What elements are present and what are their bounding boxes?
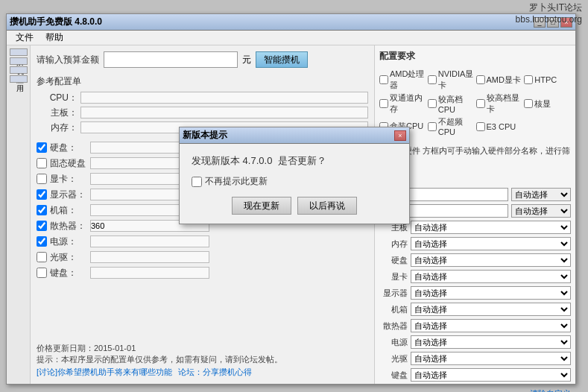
clear-custom-btn[interactable]: 清除自定义 — [530, 389, 571, 392]
comp-label-7: 光驱： — [50, 251, 87, 264]
req-title: 配置要求 — [379, 50, 571, 63]
rp-row-kb: 键盘 自动选择 — [379, 367, 571, 382]
yuan-label: 元 — [242, 54, 251, 66]
window-title: 攒机助手免费版 4.8.0.0 — [10, 16, 102, 28]
comp-cb-3[interactable] — [37, 189, 47, 200]
sidebar-tab-1[interactable]: 攒 — [10, 48, 28, 56]
comp-cb-5[interactable] — [37, 221, 47, 231]
config-label-mb: 主板： — [37, 107, 78, 119]
modal-close-btn[interactable]: × — [394, 130, 406, 141]
req-label-3: HTPC — [534, 75, 557, 84]
update-now-btn[interactable]: 现在更新 — [232, 197, 291, 215]
comp-cb-2[interactable] — [37, 174, 47, 184]
config-label-mem: 内存： — [37, 121, 78, 134]
rp-select-hdd[interactable]: 自动选择 — [411, 253, 571, 267]
comp-cb-6[interactable] — [37, 236, 47, 247]
req-cb-1[interactable] — [428, 75, 437, 84]
rp-select-kb[interactable]: 自动选择 — [411, 368, 571, 382]
comp-label-3: 显示器： — [50, 189, 87, 201]
rp-select-dvd[interactable]: 自动选择 — [411, 352, 571, 365]
req-cb-7[interactable] — [524, 99, 533, 108]
config-row-cpu: CPU： — [37, 91, 368, 104]
rp-select-psu[interactable]: 自动选择 — [411, 335, 571, 349]
modal-title-bar: 新版本提示 × — [180, 127, 409, 144]
req-label-9: 不超频CPU — [438, 116, 475, 136]
req-cb-0[interactable] — [379, 75, 388, 84]
modal-question: 是否更新？ — [278, 154, 326, 168]
rp-select-1[interactable]: 自动选择 — [511, 204, 571, 218]
comp-input-7[interactable] — [90, 251, 209, 263]
rp-row-gpu: 显卡 自动选择 — [379, 269, 571, 284]
rp-row-dvd: 光驱 自动选择 — [379, 351, 571, 366]
title-bar: 攒机助手免费版 4.8.0.0 _ □ × — [7, 14, 575, 31]
req-item-7: 核显 — [524, 92, 571, 115]
sidebar-tab-3[interactable]: 应 — [10, 66, 28, 74]
comp-cb-1[interactable] — [37, 158, 47, 168]
config-label-cpu: CPU： — [37, 92, 78, 104]
req-cb-2[interactable] — [476, 75, 485, 84]
comp-cb-0[interactable] — [37, 142, 47, 153]
rp-select-cooler[interactable]: 自动选择 — [411, 319, 571, 332]
update-later-btn[interactable]: 以后再说 — [297, 197, 357, 215]
cpu-select[interactable]: 自动选择 — [511, 188, 571, 201]
config-input-mb[interactable] — [80, 107, 368, 118]
rp-label-hdd: 硬盘 — [379, 255, 408, 266]
modal-content: 发现新版本 4.7.0.0 是否更新？ 不再提示此更新 现在更新 以后再说 — [180, 144, 409, 224]
req-label-7: 核显 — [534, 98, 551, 110]
req-cb-5[interactable] — [428, 99, 437, 108]
req-cb-3[interactable] — [524, 75, 533, 84]
watermark-line1: 罗卜头IT论坛 — [516, 1, 582, 14]
modal-dialog: 新版本提示 × 发现新版本 4.7.0.0 是否更新？ 不再提示此更新 现在更新… — [179, 127, 410, 224]
bottom-link-1[interactable]: [讨论]你希望攒机助手将来有哪些功能 — [37, 367, 172, 378]
config-title: 参考配置单 — [37, 75, 368, 88]
req-cb-6[interactable] — [476, 99, 485, 108]
rp-label-kb: 键盘 — [379, 370, 408, 381]
rp-label-cooler: 散热器 — [379, 320, 408, 332]
req-item-1: NVIDIA显卡 — [428, 69, 475, 91]
req-label-4: 双通道内存 — [390, 92, 426, 115]
comp-cb-4[interactable] — [37, 205, 47, 215]
menu-bar: 文件 帮助 — [7, 31, 575, 45]
req-cb-9[interactable] — [428, 122, 437, 131]
bottom-link-2[interactable]: 论坛：分享攒机心得 — [178, 367, 252, 378]
rp-select-case[interactable]: 自动选择 — [411, 303, 571, 316]
modal-no-remind-label: 不再提示此更新 — [205, 175, 268, 188]
rp-select-monitor[interactable]: 自动选择 — [411, 286, 571, 300]
rp-row-hdd: 硬盘 自动选择 — [379, 253, 571, 268]
comp-row-6: 电源： — [37, 234, 368, 249]
modal-checkbox-row: 不再提示此更新 — [192, 175, 397, 188]
bottom-links: [讨论]你希望攒机助手将来有哪些功能 论坛：分享攒机心得 — [37, 367, 368, 378]
watermark-line2: bbs.luobotou.org — [516, 14, 582, 25]
req-label-0: AMD处理器 — [390, 69, 426, 91]
modal-version-row: 发现新版本 4.7.0.0 是否更新？ — [192, 154, 397, 168]
sidebar-tab-4[interactable]: 用 — [10, 75, 28, 83]
req-item-6: 较高档显卡 — [476, 92, 523, 115]
left-sidebar: 攒 机 应 用 — [7, 45, 31, 384]
rp-label-dvd: 光驱 — [379, 353, 408, 364]
req-cb-4[interactable] — [379, 99, 388, 108]
comp-input-8[interactable] — [90, 267, 209, 279]
rp-label-psu: 电源 — [379, 337, 408, 348]
smart-btn[interactable]: 智能攒机 — [256, 51, 308, 68]
comp-cb-7[interactable] — [37, 252, 47, 262]
comp-label-0: 硬盘： — [50, 142, 87, 154]
menu-file[interactable]: 文件 — [10, 30, 39, 45]
modal-no-remind-cb[interactable] — [192, 177, 202, 187]
menu-help[interactable]: 帮助 — [39, 30, 69, 45]
rp-select-mem[interactable]: 自动选择 — [411, 237, 571, 250]
comp-cb-8[interactable] — [37, 268, 47, 278]
req-cb-10[interactable] — [476, 122, 485, 131]
req-item-2: AMD显卡 — [476, 69, 523, 91]
comp-input-6[interactable] — [90, 235, 209, 247]
budget-label: 请输入预算金额 — [37, 54, 99, 66]
config-input-cpu[interactable] — [80, 92, 368, 104]
rp-label-gpu: 显卡 — [379, 271, 408, 282]
rp-label-mem: 内存 — [379, 238, 408, 250]
rp-select-mb[interactable]: 自动选择 — [411, 221, 571, 234]
rp-select-gpu[interactable]: 自动选择 — [411, 270, 571, 283]
watermark: 罗卜头IT论坛 bbs.luobotou.org — [516, 1, 582, 25]
comp-label-6: 电源： — [50, 235, 87, 248]
comp-row-7: 光驱： — [37, 250, 368, 265]
budget-input[interactable] — [104, 51, 238, 68]
sidebar-tab-2[interactable]: 机 — [10, 57, 28, 65]
